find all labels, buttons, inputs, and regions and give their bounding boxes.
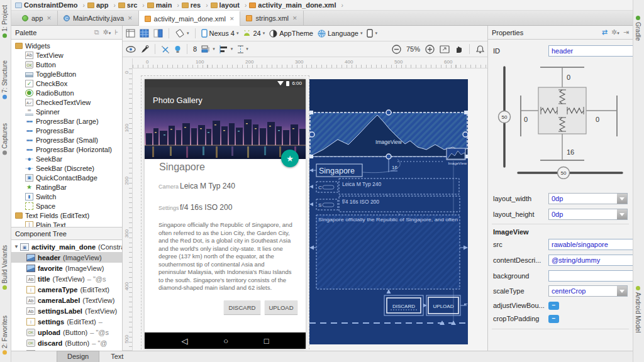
blueprint-view[interactable]: ImageView ImageView — [309, 79, 468, 344]
language-selector[interactable]: Language▾ — [318, 30, 362, 38]
close-tab-icon[interactable]: ✕ — [292, 15, 297, 21]
palette-item-checkbox[interactable]: ✓CheckBox — [11, 79, 122, 88]
close-tab-icon[interactable]: ✕ — [230, 16, 235, 22]
tree-item-upload[interactable]: OKupload(Button)– "@s — [11, 327, 122, 337]
id-input[interactable] — [548, 45, 633, 57]
tree-item-cameraLabel[interactable]: AbcameraLabel(TextView) — [11, 295, 122, 305]
nav-back-icon[interactable]: ◁ — [181, 336, 187, 346]
notifications-bell-icon[interactable] — [476, 45, 484, 53]
align-icon[interactable]: ▾ — [219, 45, 233, 53]
pan-hand-icon[interactable] — [455, 45, 463, 53]
palette-item-switch[interactable]: ▮Switch — [11, 192, 122, 201]
crop-to-padding-toggle[interactable]: − — [548, 315, 559, 323]
tool-window-button-android-model[interactable]: Android Model — [635, 284, 641, 332]
blueprint-header-imageview[interactable]: ImageView — [309, 110, 468, 159]
palette-item-seekbar-discrete-[interactable]: ─●─SeekBar (Discrete) — [11, 163, 122, 173]
blueprint-favorite-imageview[interactable]: ImageView — [447, 148, 467, 165]
tree-item-title[interactable]: Abtitle(TextView)– "@s — [11, 273, 122, 284]
palette-group-widgets[interactable]: Widgets — [11, 41, 122, 50]
tool-window-button-captures[interactable]: Captures — [1, 123, 8, 157]
header-image[interactable] — [145, 109, 306, 159]
tree-item-discard[interactable]: OKdiscard(Button)– "@ — [11, 337, 122, 348]
description-text[interactable]: Singapore officially the Republic of Sin… — [158, 221, 293, 292]
palette-dock-icon[interactable]: ⊦ — [114, 28, 118, 36]
default-margin-value[interactable]: 8 — [193, 45, 197, 53]
palette-item-button[interactable]: OKButton — [11, 60, 122, 69]
zoom-in-button[interactable] — [425, 45, 435, 54]
tool-window-button-1-project[interactable]: 1: Project — [1, 5, 8, 40]
file-tab-app[interactable]: app✕ — [16, 11, 58, 25]
tree-item-favorite[interactable]: favorite(ImageView) — [11, 263, 122, 273]
breadcrumb-item-activity_main_done-xml[interactable]: activity_main_done.xml — [249, 1, 336, 9]
palette-item-quickcontactbadge[interactable]: ▣QuickContactBadge — [11, 173, 122, 182]
virtual-device-icon[interactable]: ▾ — [367, 29, 377, 38]
theme-selector[interactable]: AppTheme — [269, 30, 313, 38]
autoconnect-pencil-icon[interactable] — [140, 45, 149, 53]
breadcrumb-item-layout[interactable]: layout — [211, 1, 240, 9]
palette-item-ratingbar[interactable]: ★RatingBar — [11, 182, 122, 192]
orientation-icon[interactable]: ▾ — [175, 29, 189, 38]
palette-item-progressbar-large-[interactable]: ▬▬ProgressBar (Large) — [11, 116, 122, 126]
properties-swap-icon[interactable]: ⇄ — [602, 28, 608, 36]
guidelines-icon[interactable]: ▾ — [237, 45, 248, 53]
tab-design[interactable]: Design — [57, 351, 99, 362]
breadcrumb-item-constraintdemo[interactable]: ConstraintDemo — [15, 1, 78, 9]
properties-dock-icon[interactable]: ⇥ — [623, 28, 629, 36]
palette-gear-icon[interactable]: ✲▾ — [103, 28, 111, 36]
tab-text[interactable]: Text — [101, 351, 133, 362]
file-tab-strings-xml[interactable]: strings.xml✕ — [240, 11, 303, 25]
show-constraints-eye-icon[interactable] — [126, 46, 136, 53]
tree-item-header[interactable]: header(ImageView) — [11, 252, 122, 263]
combo-arrow-icon[interactable] — [617, 194, 627, 204]
content-description-input[interactable] — [548, 255, 633, 266]
scale-type-combo[interactable]: centerCrop — [548, 285, 628, 297]
settings-value[interactable]: f/4 16s ISO 200 — [180, 203, 232, 212]
nav-home-icon[interactable]: ○ — [223, 336, 228, 346]
palette-item-checkedtextview[interactable]: A✓CheckedTextView — [11, 97, 122, 107]
constraint-inspector[interactable]: 50 0 0 0 — [493, 61, 628, 179]
pack-icon[interactable]: ▾ — [201, 45, 215, 53]
layout-width-combo[interactable]: 0dp — [548, 193, 628, 204]
background-input[interactable] — [548, 270, 633, 282]
infer-constraints-bulb-icon[interactable] — [174, 45, 181, 53]
palette-item-seekbar[interactable]: ─●─SeekBar — [11, 154, 122, 163]
file-tab-activity_main_done-xml[interactable]: activity_main_done.xml✕ — [139, 11, 241, 26]
nav-recents-icon[interactable]: □ — [264, 336, 269, 346]
both-surfaces-icon[interactable] — [153, 29, 163, 38]
palette-item-progressbar[interactable]: ▬▬ProgressBar — [11, 126, 122, 135]
device-selector[interactable]: Nexus 4▾ — [201, 29, 239, 38]
tool-window-button-2-favorites[interactable]: 2: Favorites — [1, 315, 8, 356]
combo-arrow-icon[interactable] — [617, 286, 627, 296]
tree-item-settings[interactable]: Isettings(EditText)– — [11, 316, 122, 327]
design-canvas[interactable]: 6:00 Photo Gallery — [133, 69, 487, 351]
design-preview[interactable]: 6:00 Photo Gallery — [145, 79, 306, 349]
palette-item-space[interactable]: Space — [11, 201, 122, 211]
palette-item-progressbar-small-[interactable]: ▬▬ProgressBar (Small) — [11, 135, 122, 145]
tool-window-button-7-structure[interactable]: 7: Structure — [1, 60, 8, 101]
close-tab-icon[interactable]: ✕ — [47, 15, 52, 21]
tree-item-root[interactable]: ▼▣activity_main_done(ConstraintLayout) — [11, 241, 122, 252]
tool-window-button-gradle[interactable]: Gradle — [635, 14, 641, 41]
palette-item-progressbar-horizontal-[interactable]: ▬▬ProgressBar (Horizontal) — [11, 145, 122, 154]
layout-height-combo[interactable]: 0dp — [548, 209, 628, 220]
discard-button[interactable]: DISCARD — [224, 300, 260, 314]
palette-item-spinner[interactable]: ≡Spinner — [11, 107, 122, 116]
design-surface-icon[interactable] — [126, 29, 135, 38]
blueprint-description-textview[interactable]: Singapore officially the Republic of Sin… — [309, 215, 468, 293]
adjust-view-bounds-toggle[interactable]: − — [548, 302, 559, 310]
palette-copy-icon[interactable]: ⧉ — [94, 28, 99, 36]
breadcrumb-item-res[interactable]: res — [182, 1, 201, 9]
zoom-fit-button[interactable] — [440, 45, 450, 53]
breadcrumb-item-app[interactable]: app — [87, 1, 109, 9]
photo-title[interactable]: Singapore — [159, 162, 205, 173]
zoom-out-button[interactable] — [392, 45, 401, 54]
favorite-fab[interactable]: ★ — [281, 150, 299, 167]
tool-window-button-build-variants[interactable]: Build Variants — [1, 245, 8, 292]
combo-arrow-icon[interactable] — [617, 209, 627, 219]
blueprint-surface-icon[interactable] — [140, 29, 149, 38]
tree-item-settingsLabel[interactable]: AbsettingsLabel(TextView) — [11, 305, 122, 316]
src-input[interactable] — [548, 239, 633, 250]
breadcrumb-item-main[interactable]: main — [147, 1, 172, 9]
properties-gear-icon[interactable]: ✲▾ — [611, 28, 619, 36]
tree-item-cameraType[interactable]: IcameraType(EditText) — [11, 284, 122, 295]
